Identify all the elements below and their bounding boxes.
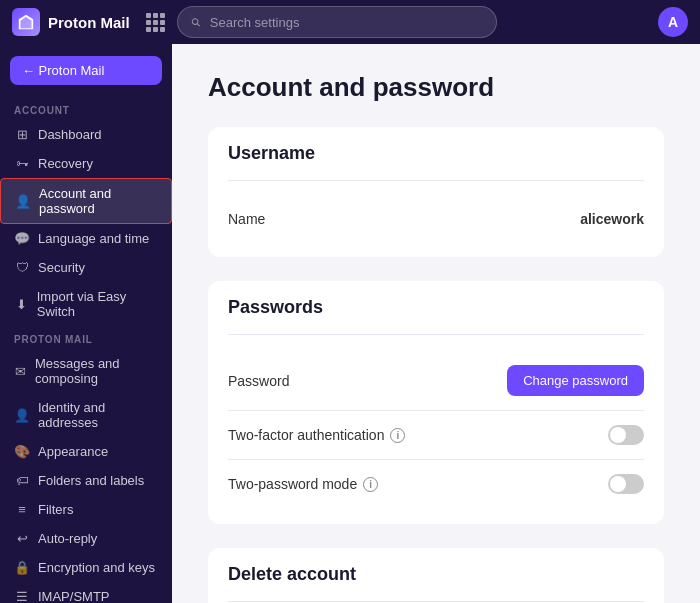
name-value: alicework (580, 211, 644, 227)
sidebar-item-label: Language and time (38, 231, 149, 246)
imap-icon: ☰ (14, 589, 30, 603)
proton-mail-section-label: PROTON MAIL (0, 326, 172, 349)
page-title: Account and password (208, 72, 664, 103)
two-password-info-icon[interactable]: i (363, 477, 378, 492)
main-layout: ← Proton Mail ACCOUNT ⊞ Dashboard 🗝 Reco… (0, 44, 700, 603)
sidebar-item-label: Appearance (38, 444, 108, 459)
divider (228, 180, 644, 181)
sidebar-item-security[interactable]: 🛡 Security (0, 253, 172, 282)
folders-icon: 🏷 (14, 473, 30, 488)
sidebar-item-encryption[interactable]: 🔒 Encryption and keys (0, 553, 172, 582)
two-factor-info-icon[interactable]: i (390, 428, 405, 443)
messages-icon: ✉ (14, 364, 27, 379)
user-avatar[interactable]: A (658, 7, 688, 37)
sidebar-item-label: Encryption and keys (38, 560, 155, 575)
grid-menu-icon[interactable] (146, 13, 165, 32)
two-password-label: Two-password mode i (228, 476, 608, 492)
passwords-section: Passwords Password Change password Two-f… (208, 281, 664, 524)
divider (228, 601, 644, 602)
logo: Proton Mail (12, 8, 130, 36)
search-input[interactable] (210, 15, 484, 30)
encryption-icon: 🔒 (14, 560, 30, 575)
sidebar-item-account-password[interactable]: 👤 Account and password (0, 178, 172, 224)
sidebar-item-messages[interactable]: ✉ Messages and composing (0, 349, 172, 393)
change-password-button[interactable]: Change password (507, 365, 644, 396)
topbar: Proton Mail A (0, 0, 700, 44)
sidebar-item-label: Folders and labels (38, 473, 144, 488)
language-icon: 💬 (14, 231, 30, 246)
sidebar-item-label: Security (38, 260, 85, 275)
appearance-icon: 🎨 (14, 444, 30, 459)
dashboard-icon: ⊞ (14, 127, 30, 142)
sidebar-item-recovery[interactable]: 🗝 Recovery (0, 149, 172, 178)
two-password-row: Two-password mode i (228, 460, 644, 508)
two-password-toggle[interactable] (608, 474, 644, 494)
account-icon: 👤 (15, 194, 31, 209)
sidebar-item-label: Account and password (39, 186, 157, 216)
delete-section-title: Delete account (228, 564, 644, 585)
identity-icon: 👤 (14, 408, 30, 423)
sidebar-item-label: Dashboard (38, 127, 102, 142)
back-to-proton-mail-button[interactable]: ← Proton Mail (10, 56, 162, 85)
sidebar-item-appearance[interactable]: 🎨 Appearance (0, 437, 172, 466)
sidebar-item-imap[interactable]: ☰ IMAP/SMTP (0, 582, 172, 603)
logo-icon (12, 8, 40, 36)
passwords-section-title: Passwords (228, 297, 644, 318)
auto-reply-icon: ↩ (14, 531, 30, 546)
main-content: Account and password Username Name alice… (172, 44, 700, 603)
filters-icon: ≡ (14, 502, 30, 517)
name-label: Name (228, 211, 580, 227)
search-bar[interactable] (177, 6, 497, 38)
sidebar-item-dashboard[interactable]: ⊞ Dashboard (0, 120, 172, 149)
sidebar-item-label: Recovery (38, 156, 93, 171)
sidebar-item-import[interactable]: ⬇ Import via Easy Switch (0, 282, 172, 326)
two-factor-row: Two-factor authentication i (228, 411, 644, 460)
sidebar-item-folders[interactable]: 🏷 Folders and labels (0, 466, 172, 495)
search-icon (190, 16, 202, 29)
security-icon: 🛡 (14, 260, 30, 275)
sidebar-item-label: Filters (38, 502, 73, 517)
password-row: Password Change password (228, 351, 644, 411)
username-section-title: Username (228, 143, 644, 164)
delete-account-section: Delete account This will permanently del… (208, 548, 664, 603)
recovery-icon: 🗝 (14, 156, 30, 171)
password-label: Password (228, 373, 507, 389)
logo-text: Proton Mail (48, 14, 130, 31)
sidebar-item-language-time[interactable]: 💬 Language and time (0, 224, 172, 253)
username-row: Name alicework (228, 197, 644, 241)
account-section-label: ACCOUNT (0, 97, 172, 120)
sidebar-item-label: Auto-reply (38, 531, 97, 546)
sidebar-item-filters[interactable]: ≡ Filters (0, 495, 172, 524)
username-section: Username Name alicework (208, 127, 664, 257)
sidebar: ← Proton Mail ACCOUNT ⊞ Dashboard 🗝 Reco… (0, 44, 172, 603)
two-factor-toggle[interactable] (608, 425, 644, 445)
sidebar-item-auto-reply[interactable]: ↩ Auto-reply (0, 524, 172, 553)
sidebar-item-label: IMAP/SMTP (38, 589, 110, 603)
two-factor-label: Two-factor authentication i (228, 427, 608, 443)
divider (228, 334, 644, 335)
sidebar-item-label: Identity and addresses (38, 400, 158, 430)
import-icon: ⬇ (14, 297, 29, 312)
sidebar-item-label: Import via Easy Switch (37, 289, 158, 319)
sidebar-item-identity[interactable]: 👤 Identity and addresses (0, 393, 172, 437)
sidebar-item-label: Messages and composing (35, 356, 158, 386)
